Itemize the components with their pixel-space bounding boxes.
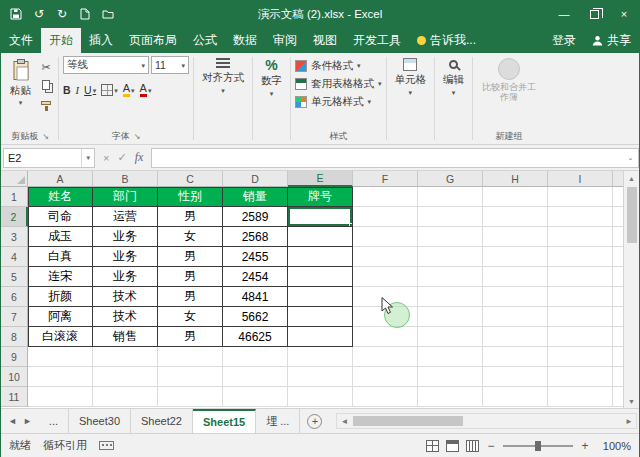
paste-button[interactable]: 粘贴 ▾ bbox=[6, 56, 35, 109]
ribbon-tab-6[interactable]: 审阅 bbox=[265, 28, 305, 53]
cell-A7[interactable]: 阿离 bbox=[28, 307, 93, 327]
zoom-in-icon[interactable]: + bbox=[580, 439, 590, 453]
cell-G3[interactable] bbox=[418, 227, 483, 247]
cell-H10[interactable] bbox=[483, 367, 548, 387]
cell-G2[interactable] bbox=[418, 207, 483, 227]
cell-C7[interactable]: 女 bbox=[158, 307, 223, 327]
select-all-button[interactable] bbox=[1, 171, 28, 187]
underline-button[interactable]: U▾ bbox=[84, 84, 96, 96]
row-header-10[interactable]: 10 bbox=[1, 367, 28, 387]
font-color-button[interactable]: A▾ bbox=[140, 83, 152, 97]
name-box[interactable]: E2 ▾ bbox=[3, 148, 95, 168]
cell-A1[interactable]: 姓名 bbox=[28, 187, 93, 207]
row-header-9[interactable]: 9 bbox=[1, 347, 28, 367]
cell-I10[interactable] bbox=[548, 367, 613, 387]
row-header-4[interactable]: 4 bbox=[1, 247, 28, 267]
insert-function-icon[interactable]: fx bbox=[135, 150, 144, 165]
cell-H1[interactable] bbox=[483, 187, 548, 207]
cancel-icon[interactable]: × bbox=[103, 152, 109, 164]
cell-E6[interactable] bbox=[288, 287, 353, 307]
cell-B9[interactable] bbox=[93, 347, 158, 367]
editing-button[interactable]: 编辑 ▾ bbox=[439, 56, 468, 98]
fill-color-button[interactable]: A▾ bbox=[123, 83, 135, 97]
cell-H6[interactable] bbox=[483, 287, 548, 307]
cell-D5[interactable]: 2454 bbox=[223, 267, 288, 287]
format-painter-icon[interactable] bbox=[38, 96, 54, 110]
new-document-icon[interactable] bbox=[78, 7, 92, 21]
chevron-down-icon[interactable]: ▾ bbox=[81, 149, 90, 167]
cell-E9[interactable] bbox=[288, 347, 353, 367]
conditional-format-button[interactable]: 条件格式 ▾ bbox=[295, 58, 382, 73]
ribbon-tab-3[interactable]: 页面布局 bbox=[121, 28, 185, 53]
scroll-right-icon[interactable]: ► bbox=[622, 414, 636, 428]
page-layout-view-icon[interactable] bbox=[446, 440, 459, 452]
row-header-2[interactable]: 2 bbox=[1, 207, 28, 227]
cell-G11[interactable] bbox=[418, 387, 483, 407]
cell-A3[interactable]: 成玉 bbox=[28, 227, 93, 247]
horizontal-scroll-thumb[interactable] bbox=[353, 416, 463, 426]
row-header-6[interactable]: 6 bbox=[1, 287, 28, 307]
scroll-up-icon[interactable]: ▲ bbox=[624, 171, 639, 185]
vertical-scrollbar[interactable]: ▲ ▼ bbox=[623, 171, 639, 408]
cell-H11[interactable] bbox=[483, 387, 548, 407]
cell-A9[interactable] bbox=[28, 347, 93, 367]
formula-input[interactable] bbox=[151, 148, 623, 168]
cell-I6[interactable] bbox=[548, 287, 613, 307]
cell-E4[interactable] bbox=[288, 247, 353, 267]
cell-C11[interactable] bbox=[158, 387, 223, 407]
cell-D6[interactable]: 4841 bbox=[223, 287, 288, 307]
minimize-button[interactable]: — bbox=[549, 0, 579, 28]
undo-icon[interactable]: ↺ bbox=[32, 7, 46, 21]
cell-E11[interactable] bbox=[288, 387, 353, 407]
cell-H7[interactable] bbox=[483, 307, 548, 327]
fill-handle[interactable] bbox=[349, 223, 353, 227]
cell-B1[interactable]: 部门 bbox=[93, 187, 158, 207]
cell-C2[interactable]: 男 bbox=[158, 207, 223, 227]
cell-D7[interactable]: 5662 bbox=[223, 307, 288, 327]
sheet-tab-overflow-4[interactable]: 埋 ... bbox=[256, 409, 300, 433]
cell-H5[interactable] bbox=[483, 267, 548, 287]
cell-I1[interactable] bbox=[548, 187, 613, 207]
cell-H8[interactable] bbox=[483, 327, 548, 347]
new-sheet-button[interactable]: + bbox=[307, 414, 322, 429]
cell-G6[interactable] bbox=[418, 287, 483, 307]
cell-I3[interactable] bbox=[548, 227, 613, 247]
column-header-A[interactable]: A bbox=[28, 171, 93, 187]
dialog-launcher-icon[interactable]: ↘ bbox=[42, 132, 49, 141]
horizontal-scrollbar[interactable]: ◄ ► bbox=[336, 413, 637, 429]
ribbon-tab-8[interactable]: 开发工具 bbox=[345, 28, 409, 53]
cell-F4[interactable] bbox=[353, 247, 418, 267]
cell-I8[interactable] bbox=[548, 327, 613, 347]
open-icon[interactable] bbox=[101, 7, 115, 21]
cell-C10[interactable] bbox=[158, 367, 223, 387]
cell-F6[interactable] bbox=[353, 287, 418, 307]
cell-D9[interactable] bbox=[223, 347, 288, 367]
scroll-left-icon[interactable]: ◄ bbox=[337, 414, 351, 428]
zoom-level[interactable]: 100% bbox=[597, 440, 631, 452]
ribbon-tab-4[interactable]: 公式 bbox=[185, 28, 225, 53]
cell-C1[interactable]: 性别 bbox=[158, 187, 223, 207]
cell-F11[interactable] bbox=[353, 387, 418, 407]
horizontal-scroll-track[interactable] bbox=[351, 414, 622, 428]
column-header-B[interactable]: B bbox=[93, 171, 158, 187]
cell-H3[interactable] bbox=[483, 227, 548, 247]
column-header-C[interactable]: C bbox=[158, 171, 223, 187]
cell-A5[interactable]: 连宋 bbox=[28, 267, 93, 287]
cell-F2[interactable] bbox=[353, 207, 418, 227]
borders-button[interactable]: ▾ bbox=[101, 84, 118, 96]
cell-F1[interactable] bbox=[353, 187, 418, 207]
cell-C3[interactable]: 女 bbox=[158, 227, 223, 247]
sheet-tab-overflow-0[interactable]: ... bbox=[39, 409, 69, 433]
row-header-3[interactable]: 3 bbox=[1, 227, 28, 247]
zoom-slider[interactable] bbox=[503, 445, 573, 447]
cell-F8[interactable] bbox=[353, 327, 418, 347]
sheet-tab-Sheet22[interactable]: Sheet22 bbox=[131, 409, 193, 433]
cell-C5[interactable]: 男 bbox=[158, 267, 223, 287]
cut-icon[interactable]: ✂ bbox=[38, 60, 54, 74]
formula-bar-expand-icon[interactable]: ⌄ bbox=[623, 148, 639, 168]
cell-F10[interactable] bbox=[353, 367, 418, 387]
cell-F3[interactable] bbox=[353, 227, 418, 247]
restore-button[interactable] bbox=[579, 0, 609, 28]
cell-G10[interactable] bbox=[418, 367, 483, 387]
cell-D3[interactable]: 2568 bbox=[223, 227, 288, 247]
